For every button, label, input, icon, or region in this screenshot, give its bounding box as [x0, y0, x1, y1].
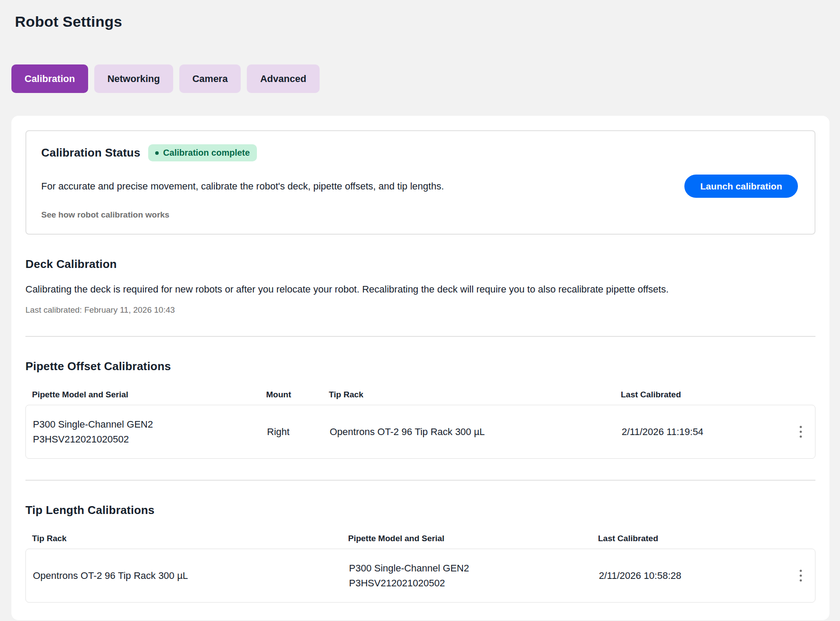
kebab-menu-icon[interactable]: [795, 566, 806, 585]
tip-length-calibrations-section: Tip Length Calibrations Tip Rack Pipette…: [25, 503, 815, 603]
tip-length-calibrations-title: Tip Length Calibrations: [25, 503, 815, 517]
calibration-status-box: Calibration Status Calibration complete …: [25, 130, 815, 235]
last-calibrated-cell: 2/11/2026 11:19:54: [622, 426, 782, 438]
pipette-offset-calibrations-title: Pipette Offset Calibrations: [25, 360, 815, 373]
how-calibration-works-link[interactable]: See how robot calibration works: [41, 210, 169, 220]
tab-camera[interactable]: Camera: [179, 64, 241, 93]
mount-cell: Right: [267, 426, 330, 438]
table-row: P300 Single-Channel GEN2 P3HSV2120210205…: [25, 405, 815, 459]
pipette-model-and-serial-cell: P300 Single-Channel GEN2 P3HSV2120210205…: [33, 417, 267, 447]
column-header-mount: Mount: [266, 390, 329, 400]
calibration-complete-badge: Calibration complete: [148, 144, 257, 161]
pipette-offset-calibrations-section: Pipette Offset Calibrations Pipette Mode…: [25, 360, 815, 459]
tip-length-table-header: Tip Rack Pipette Model and Serial Last C…: [25, 534, 815, 543]
robot-settings-page: Robot Settings Calibration Networking Ca…: [0, 0, 840, 620]
tip-rack-cell: Opentrons OT-2 96 Tip Rack 300 µL: [33, 570, 349, 582]
column-header-tip-rack: Tip Rack: [329, 390, 621, 400]
launch-calibration-button[interactable]: Launch calibration: [684, 175, 798, 198]
tip-length-table: Tip Rack Pipette Model and Serial Last C…: [25, 534, 815, 603]
deck-calibration-section: Deck Calibration Calibrating the deck is…: [25, 257, 815, 315]
calibration-status-description: For accurate and precise movement, calib…: [41, 181, 444, 192]
status-dot-icon: [155, 151, 159, 155]
kebab-menu-icon[interactable]: [795, 422, 806, 441]
calibration-complete-badge-label: Calibration complete: [163, 148, 250, 158]
tab-calibration[interactable]: Calibration: [11, 64, 88, 93]
pipette-serial: P3HSV212021020502: [33, 432, 267, 447]
calibration-panel: Calibration Status Calibration complete …: [11, 116, 829, 620]
column-header-tip-rack: Tip Rack: [32, 534, 348, 543]
section-divider: [25, 480, 815, 481]
table-row: Opentrons OT-2 96 Tip Rack 300 µL P300 S…: [25, 549, 815, 603]
tab-networking[interactable]: Networking: [94, 64, 173, 93]
pipette-offset-table: Pipette Model and Serial Mount Tip Rack …: [25, 390, 815, 459]
page-title: Robot Settings: [15, 13, 829, 30]
pipette-model: P300 Single-Channel GEN2: [349, 561, 599, 576]
column-header-last-calibrated: Last Calibrated: [598, 534, 782, 543]
last-calibrated-cell: 2/11/2026 10:58:28: [599, 570, 782, 582]
column-header-model: Pipette Model and Serial: [348, 534, 598, 543]
deck-calibration-title: Deck Calibration: [25, 257, 815, 271]
tip-rack-cell: Opentrons OT-2 96 Tip Rack 300 µL: [330, 426, 622, 438]
pipette-serial: P3HSV212021020502: [349, 576, 599, 591]
column-header-last-calibrated: Last Calibrated: [621, 390, 782, 400]
section-divider: [25, 336, 815, 337]
pipette-model: P300 Single-Channel GEN2: [33, 417, 267, 432]
settings-tab-bar: Calibration Networking Camera Advanced: [11, 64, 829, 93]
deck-last-calibrated: Last calibrated: February 11, 2026 10:43: [25, 305, 815, 315]
column-header-model: Pipette Model and Serial: [32, 390, 266, 400]
pipette-model-and-serial-cell: P300 Single-Channel GEN2 P3HSV2120210205…: [349, 561, 599, 591]
calibration-status-title: Calibration Status: [41, 146, 140, 160]
pipette-offset-table-header: Pipette Model and Serial Mount Tip Rack …: [25, 390, 815, 400]
tab-advanced[interactable]: Advanced: [247, 64, 319, 93]
deck-calibration-description: Calibrating the deck is required for new…: [25, 281, 815, 298]
